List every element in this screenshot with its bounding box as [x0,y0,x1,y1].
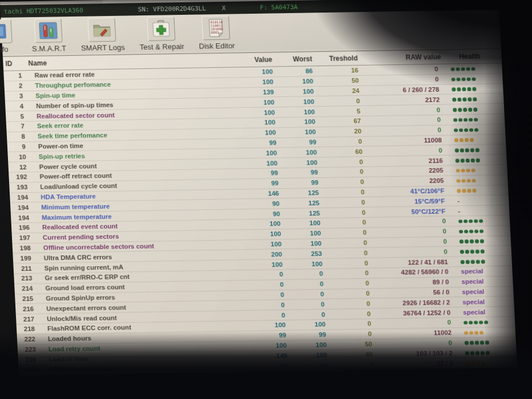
health-dot-icon [474,321,478,325]
health-dot-icon [461,67,465,71]
attr-health-cell [458,359,511,366]
attr-raw-cell: 36764 / 1252 / 0 [373,309,457,317]
health-dot-icon [460,149,464,153]
header-worst[interactable]: Worst [274,55,315,63]
health-dot-icon [467,88,471,92]
health-dot-icon [465,250,469,254]
attr-worst-cell: 125 [281,189,322,197]
health-dot-icon [469,128,473,132]
attr-name-cell: Unexpectant errors count [38,302,239,312]
attr-name-cell: Minimum temperature [33,201,234,211]
attr-value-cell: 100 [230,119,278,127]
toolbar-button-smart[interactable]: S.M.A.R.T [31,18,67,53]
toolbar-button-smart-logs[interactable]: SMART Logs [80,18,125,52]
health-dot-icon [465,351,469,355]
health-dot-icon [465,158,469,162]
attr-raw-cell: 50°C/122°F [368,207,452,215]
attr-worst-cell: 83 [290,361,330,369]
health-dot-icon [462,97,466,101]
health-dot-icon [472,179,476,183]
attr-value-cell: 90 [234,210,283,218]
health-dot-icon [450,67,454,71]
attr-raw-cell: 0 [369,248,453,256]
attr-treshold-cell: 0 [324,250,370,257]
health-dot-icon [464,219,468,223]
attr-name-cell: Power-off retract count [31,170,233,181]
attr-name-cell: Raw read error rate [26,69,228,79]
health-dot-icon [474,118,478,122]
header-name[interactable]: Name [26,56,227,68]
health-none-label: - [458,207,460,214]
header-health[interactable]: Health [443,52,496,60]
health-special-label: special [462,298,485,306]
health-dot-icon [455,149,459,153]
attr-worst-cell: 100 [288,321,328,328]
attr-name-cell: Loaded hours [40,333,241,343]
attr-id-cell: 199 [13,255,36,262]
smart-attributes-table: ID Name Value Worst Treshold RAW value H… [3,48,517,375]
attr-treshold-cell: 50 [315,77,362,84]
health-dot-icon [456,67,460,71]
attr-treshold-cell: 0 [324,239,370,247]
attr-worst-cell: 99 [280,169,320,177]
attr-raw-cell: 56 / 0 [372,288,456,296]
health-dot-icon [456,169,460,173]
health-dot-icon [470,341,474,345]
attr-worst-cell: 100 [289,341,330,349]
attr-worst-cell: 100 [283,220,323,227]
attr-name-cell: Seek error rate [29,120,230,130]
health-dot-icon [459,230,463,234]
header-value[interactable]: Value [226,55,275,64]
attr-health-cell [449,176,502,184]
toolbar-button-test-repair[interactable]: Test & Repair [138,17,184,51]
health-dot-icon [473,97,477,101]
attr-raw-cell: 11002 [374,329,458,337]
attr-health-cell [458,339,511,346]
attr-value-cell: 149 [241,352,290,360]
attr-name-cell: Spin-up retries [30,150,232,160]
attr-id-cell: 1 [3,72,27,80]
attr-treshold-cell: 0 [319,138,365,145]
attr-raw-cell: 2116 [365,157,449,165]
attr-id-cell: 211 [13,265,36,272]
attr-treshold-cell: 0 [328,320,374,328]
smart-icon [34,18,63,43]
attr-value-cell: 100 [241,342,290,349]
health-dot-icon [473,108,477,112]
attr-health-cell [449,166,502,174]
health-dot-icon [481,351,485,355]
health-special-label: special [461,278,484,286]
attr-worst-cell: 0 [286,280,326,288]
attr-value-cell: 0 [238,281,286,288]
attr-treshold-cell: 0 [324,259,371,267]
header-treshold[interactable]: Treshold [314,54,360,63]
attr-raw-cell: 2926 / 16682 / 2 [372,299,456,307]
header-id[interactable]: ID [3,59,26,68]
attr-health-cell [448,136,501,143]
health-dot-icon [457,98,461,102]
attr-value-cell: 0 [239,302,287,309]
attr-worst-cell: 100 [279,149,319,156]
close-icon[interactable]: X [222,4,226,11]
attr-worst-cell: 99 [289,331,329,339]
health-special-label: special [462,288,485,296]
health-dot-icon [458,108,462,112]
attr-treshold-cell: 0 [323,219,369,226]
attr-name-cell: Load-in time [41,353,242,363]
health-dot-icon [479,321,483,325]
health-dot-icon [481,361,485,365]
attr-name-cell: Load/unload cycle count [32,181,233,191]
attr-name-cell: GMR head amplitude [41,363,242,373]
health-dot-icon [470,351,474,355]
attr-value-cell: 0 [239,312,288,319]
header-raw[interactable]: RAW value [360,53,444,62]
attr-value-cell: 100 [232,160,280,167]
toolbar-button-drive-info[interactable]: e Info [0,19,13,54]
attr-treshold-cell: 0 [323,229,369,237]
toolbar-button-disk-editor[interactable]: 010110 110011 101000 0001 Disk Editor [197,16,235,51]
attr-treshold-cell: 0 [319,158,366,166]
attr-value-cell: 100 [229,109,278,116]
attr-treshold-cell: 0 [316,97,363,105]
health-dot-icon [457,88,461,92]
health-dot-icon [464,230,468,234]
